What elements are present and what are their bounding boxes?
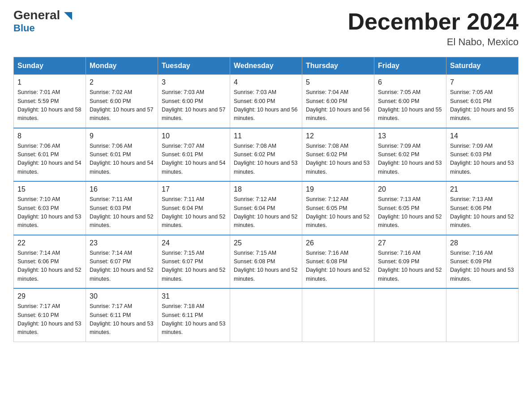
calendar-cell: 20 Sunrise: 7:13 AM Sunset: 6:05 PM Dayl… xyxy=(374,181,446,235)
day-info: Sunrise: 7:14 AM Sunset: 6:06 PM Dayligh… xyxy=(17,249,82,284)
day-number: 28 xyxy=(450,239,515,247)
day-info: Sunrise: 7:04 AM Sunset: 6:00 PM Dayligh… xyxy=(306,88,370,123)
day-info: Sunrise: 7:11 AM Sunset: 6:03 PM Dayligh… xyxy=(90,195,154,230)
calendar-cell: 19 Sunrise: 7:12 AM Sunset: 6:05 PM Dayl… xyxy=(302,181,374,235)
day-info: Sunrise: 7:09 AM Sunset: 6:02 PM Dayligh… xyxy=(378,142,442,177)
day-info: Sunrise: 7:15 AM Sunset: 6:08 PM Dayligh… xyxy=(234,249,298,284)
day-number: 19 xyxy=(306,185,370,193)
day-number: 23 xyxy=(90,239,154,247)
day-number: 30 xyxy=(90,292,154,300)
calendar-cell: 14 Sunrise: 7:09 AM Sunset: 6:03 PM Dayl… xyxy=(446,128,519,182)
calendar-title: December 2024 xyxy=(348,9,519,34)
day-info: Sunrise: 7:09 AM Sunset: 6:03 PM Dayligh… xyxy=(450,142,515,177)
day-info: Sunrise: 7:02 AM Sunset: 6:00 PM Dayligh… xyxy=(90,88,154,123)
calendar-cell: 1 Sunrise: 7:01 AM Sunset: 5:59 PM Dayli… xyxy=(14,75,86,128)
day-number: 25 xyxy=(234,239,298,247)
calendar-cell: 6 Sunrise: 7:05 AM Sunset: 6:00 PM Dayli… xyxy=(374,75,446,128)
col-header-wednesday: Wednesday xyxy=(230,57,302,75)
calendar-cell: 31 Sunrise: 7:18 AM Sunset: 6:11 PM Dayl… xyxy=(158,288,230,342)
calendar-cell: 29 Sunrise: 7:17 AM Sunset: 6:10 PM Dayl… xyxy=(14,288,86,342)
day-info: Sunrise: 7:07 AM Sunset: 6:01 PM Dayligh… xyxy=(162,142,226,177)
logo-triangle-icon xyxy=(64,12,72,20)
calendar-cell: 9 Sunrise: 7:06 AM Sunset: 6:01 PM Dayli… xyxy=(86,128,158,182)
calendar-cell: 26 Sunrise: 7:16 AM Sunset: 6:08 PM Dayl… xyxy=(302,235,374,289)
day-info: Sunrise: 7:17 AM Sunset: 6:10 PM Dayligh… xyxy=(17,302,82,337)
day-info: Sunrise: 7:18 AM Sunset: 6:11 PM Dayligh… xyxy=(162,302,226,337)
day-number: 14 xyxy=(450,132,515,140)
calendar-cell: 13 Sunrise: 7:09 AM Sunset: 6:02 PM Dayl… xyxy=(374,128,446,182)
day-number: 12 xyxy=(306,132,370,140)
day-number: 2 xyxy=(90,78,154,86)
logo-name: General xyxy=(13,9,72,21)
day-number: 13 xyxy=(378,132,442,140)
day-number: 27 xyxy=(378,239,442,247)
day-info: Sunrise: 7:11 AM Sunset: 6:04 PM Dayligh… xyxy=(162,195,226,230)
calendar-cell: 23 Sunrise: 7:14 AM Sunset: 6:07 PM Dayl… xyxy=(86,235,158,289)
calendar-cell: 8 Sunrise: 7:06 AM Sunset: 6:01 PM Dayli… xyxy=(14,128,86,182)
calendar-cell xyxy=(446,288,519,342)
day-info: Sunrise: 7:01 AM Sunset: 5:59 PM Dayligh… xyxy=(17,88,82,123)
day-info: Sunrise: 7:06 AM Sunset: 6:01 PM Dayligh… xyxy=(90,142,154,177)
day-info: Sunrise: 7:16 AM Sunset: 6:08 PM Dayligh… xyxy=(306,249,370,284)
day-number: 7 xyxy=(450,78,515,86)
day-number: 16 xyxy=(90,185,154,193)
day-info: Sunrise: 7:12 AM Sunset: 6:05 PM Dayligh… xyxy=(306,195,370,230)
calendar-cell: 24 Sunrise: 7:15 AM Sunset: 6:07 PM Dayl… xyxy=(158,235,230,289)
day-number: 6 xyxy=(378,78,442,86)
day-number: 31 xyxy=(162,292,226,300)
col-header-sunday: Sunday xyxy=(14,57,86,75)
calendar-cell: 25 Sunrise: 7:15 AM Sunset: 6:08 PM Dayl… xyxy=(230,235,302,289)
day-number: 21 xyxy=(450,185,515,193)
calendar-cell: 30 Sunrise: 7:17 AM Sunset: 6:11 PM Dayl… xyxy=(86,288,158,342)
day-info: Sunrise: 7:10 AM Sunset: 6:03 PM Dayligh… xyxy=(17,195,82,230)
calendar-cell: 11 Sunrise: 7:08 AM Sunset: 6:02 PM Dayl… xyxy=(230,128,302,182)
day-number: 1 xyxy=(17,78,82,86)
day-number: 18 xyxy=(234,185,298,193)
calendar-cell: 21 Sunrise: 7:13 AM Sunset: 6:06 PM Dayl… xyxy=(446,181,519,235)
day-info: Sunrise: 7:05 AM Sunset: 6:00 PM Dayligh… xyxy=(378,88,442,123)
col-header-tuesday: Tuesday xyxy=(158,57,230,75)
col-header-saturday: Saturday xyxy=(446,57,519,75)
day-number: 11 xyxy=(234,132,298,140)
day-number: 10 xyxy=(162,132,226,140)
day-info: Sunrise: 7:05 AM Sunset: 6:01 PM Dayligh… xyxy=(450,88,515,123)
calendar-cell: 27 Sunrise: 7:16 AM Sunset: 6:09 PM Dayl… xyxy=(374,235,446,289)
day-number: 26 xyxy=(306,239,370,247)
day-info: Sunrise: 7:16 AM Sunset: 6:09 PM Dayligh… xyxy=(450,249,515,284)
calendar-week-row: 15 Sunrise: 7:10 AM Sunset: 6:03 PM Dayl… xyxy=(14,181,519,235)
day-info: Sunrise: 7:15 AM Sunset: 6:07 PM Dayligh… xyxy=(162,249,226,284)
day-info: Sunrise: 7:08 AM Sunset: 6:02 PM Dayligh… xyxy=(234,142,298,177)
calendar-cell xyxy=(302,288,374,342)
calendar-cell: 12 Sunrise: 7:08 AM Sunset: 6:02 PM Dayl… xyxy=(302,128,374,182)
col-header-thursday: Thursday xyxy=(302,57,374,75)
day-number: 5 xyxy=(306,78,370,86)
calendar-week-row: 29 Sunrise: 7:17 AM Sunset: 6:10 PM Dayl… xyxy=(14,288,519,342)
day-number: 22 xyxy=(17,239,82,247)
calendar-cell: 4 Sunrise: 7:03 AM Sunset: 6:00 PM Dayli… xyxy=(230,75,302,128)
day-number: 4 xyxy=(234,78,298,86)
day-info: Sunrise: 7:12 AM Sunset: 6:04 PM Dayligh… xyxy=(234,195,298,230)
svg-marker-0 xyxy=(64,12,72,20)
calendar-cell xyxy=(230,288,302,342)
day-info: Sunrise: 7:08 AM Sunset: 6:02 PM Dayligh… xyxy=(306,142,370,177)
calendar-cell: 10 Sunrise: 7:07 AM Sunset: 6:01 PM Dayl… xyxy=(158,128,230,182)
title-block: December 2024 El Nabo, Mexico xyxy=(348,9,519,48)
col-header-monday: Monday xyxy=(86,57,158,75)
calendar-week-row: 1 Sunrise: 7:01 AM Sunset: 5:59 PM Dayli… xyxy=(14,75,519,128)
logo: General Blue xyxy=(13,9,72,34)
day-number: 3 xyxy=(162,78,226,86)
day-number: 8 xyxy=(17,132,82,140)
day-info: Sunrise: 7:03 AM Sunset: 6:00 PM Dayligh… xyxy=(162,88,226,123)
calendar-week-row: 22 Sunrise: 7:14 AM Sunset: 6:06 PM Dayl… xyxy=(14,235,519,289)
day-info: Sunrise: 7:06 AM Sunset: 6:01 PM Dayligh… xyxy=(17,142,82,177)
day-number: 24 xyxy=(162,239,226,247)
calendar-cell: 2 Sunrise: 7:02 AM Sunset: 6:00 PM Dayli… xyxy=(86,75,158,128)
day-info: Sunrise: 7:16 AM Sunset: 6:09 PM Dayligh… xyxy=(378,249,442,284)
col-header-friday: Friday xyxy=(374,57,446,75)
day-info: Sunrise: 7:17 AM Sunset: 6:11 PM Dayligh… xyxy=(90,302,154,337)
day-number: 17 xyxy=(162,185,226,193)
calendar-cell: 22 Sunrise: 7:14 AM Sunset: 6:06 PM Dayl… xyxy=(14,235,86,289)
page-header: General Blue December 2024 El Nabo, Mexi… xyxy=(13,9,519,48)
day-info: Sunrise: 7:13 AM Sunset: 6:06 PM Dayligh… xyxy=(450,195,515,230)
day-info: Sunrise: 7:14 AM Sunset: 6:07 PM Dayligh… xyxy=(90,249,154,284)
